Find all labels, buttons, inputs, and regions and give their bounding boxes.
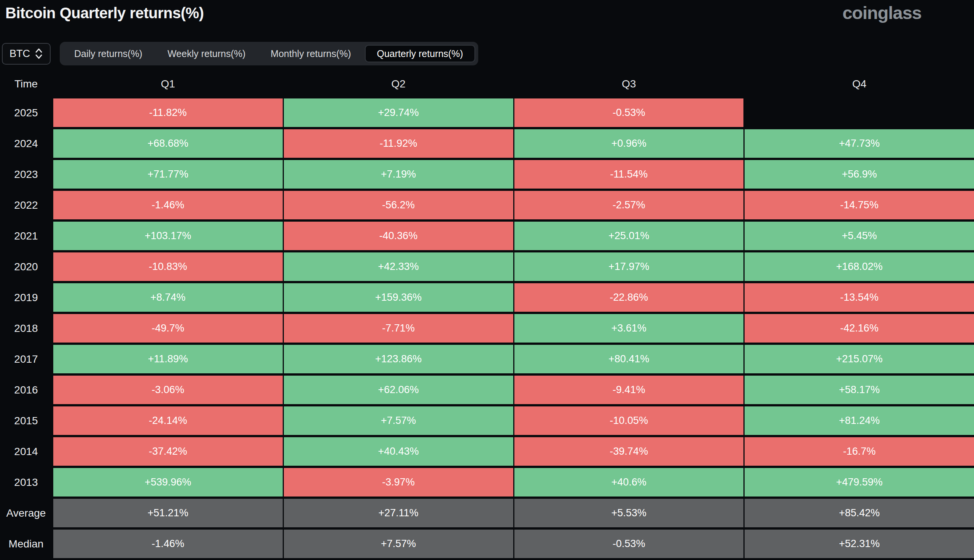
tab-weekly-returns[interactable]: Weekly returns(%): [156, 45, 257, 62]
row-label-2025: 2025: [0, 98, 52, 127]
table-row-2023: 2023+71.77%+7.19%-11.54%+56.9%: [0, 160, 974, 188]
return-cell-2014-q4: -16.7%: [745, 437, 974, 466]
table-row-2014: 2014-37.42%+40.43%-39.74%-16.7%: [0, 437, 974, 466]
row-label-median: Median: [0, 530, 52, 558]
row-label-average: Average: [0, 499, 52, 527]
row-label-2024: 2024: [0, 129, 52, 158]
return-cell-average-q3: +5.53%: [515, 499, 744, 527]
row-label-2023: 2023: [0, 160, 52, 188]
return-cell-median-q1: -1.46%: [53, 530, 283, 558]
return-cell-2023-q1: +71.77%: [53, 160, 283, 188]
return-cell-2018-q3: +3.61%: [515, 314, 744, 343]
return-cell-2023-q3: -11.54%: [515, 160, 744, 188]
return-cell-2021-q3: +25.01%: [515, 222, 744, 250]
return-cell-average-q4: +85.42%: [745, 499, 974, 527]
return-cell-2022-q3: -2.57%: [515, 191, 744, 219]
tab-monthly-returns[interactable]: Monthly returns(%): [259, 45, 362, 62]
return-cell-2025-q3: -0.53%: [515, 98, 744, 127]
column-header-time: Time: [0, 70, 52, 98]
return-cell-2018-q4: -42.16%: [745, 314, 974, 343]
return-cell-2015-q1: -24.14%: [53, 407, 283, 435]
return-cell-2015-q3: -10.05%: [515, 407, 744, 435]
return-cell-2017-q3: +80.41%: [515, 345, 744, 373]
return-cell-2024-q4: +47.73%: [745, 129, 974, 158]
column-header-q1: Q1: [53, 70, 283, 98]
return-cell-average-q1: +51.21%: [53, 499, 283, 527]
return-cell-median-q2: +7.57%: [284, 530, 513, 558]
table-row-2024: 2024+68.68%-11.92%+0.96%+47.73%: [0, 129, 974, 158]
return-cell-2014-q1: -37.42%: [53, 437, 283, 466]
column-header-q2: Q2: [284, 70, 513, 98]
return-cell-2015-q4: +81.24%: [745, 407, 974, 435]
return-cell-2014-q3: -39.74%: [515, 437, 744, 466]
return-cell-2019-q2: +159.36%: [284, 283, 513, 312]
return-cell-2016-q3: -9.41%: [515, 376, 744, 404]
return-cell-2025-q1: -11.82%: [53, 98, 283, 127]
return-cell-2018-q2: -7.71%: [284, 314, 513, 343]
return-cell-2021-q1: +103.17%: [53, 222, 283, 250]
table-row-2022: 2022-1.46%-56.2%-2.57%-14.75%: [0, 191, 974, 219]
return-cell-2023-q4: +56.9%: [745, 160, 974, 188]
return-cell-2020-q2: +42.33%: [284, 252, 513, 281]
tab-quarterly-returns[interactable]: Quarterly returns(%): [365, 45, 475, 62]
table-row-2021: 2021+103.17%-40.36%+25.01%+5.45%: [0, 222, 974, 250]
table-row-2019: 2019+8.74%+159.36%-22.86%-13.54%: [0, 283, 974, 312]
return-cell-2018-q1: -49.7%: [53, 314, 283, 343]
return-cell-2014-q2: +40.43%: [284, 437, 513, 466]
symbol-select[interactable]: BTC: [2, 43, 50, 65]
row-label-2020: 2020: [0, 252, 52, 281]
return-cell-2016-q1: -3.06%: [53, 376, 283, 404]
return-cell-2020-q1: -10.83%: [53, 252, 283, 281]
return-cell-2016-q4: +58.17%: [745, 376, 974, 404]
return-cell-average-q2: +27.11%: [284, 499, 513, 527]
return-cell-2016-q2: +62.06%: [284, 376, 513, 404]
return-cell-2019-q4: -13.54%: [745, 283, 974, 312]
table-row-2017: 2017+11.89%+123.86%+80.41%+215.07%: [0, 345, 974, 373]
table-header-row: TimeQ1Q2Q3Q4: [0, 70, 974, 98]
return-cell-2013-q4: +479.59%: [745, 468, 974, 497]
table-row-2013: 2013+539.96%-3.97%+40.6%+479.59%: [0, 468, 974, 497]
controls-bar: BTC Daily returns(%)Weekly returns(%)Mon…: [2, 42, 974, 65]
return-cell-2022-q4: -14.75%: [745, 191, 974, 219]
return-cell-2021-q4: +5.45%: [745, 222, 974, 250]
return-cell-2017-q4: +215.07%: [745, 345, 974, 373]
table-row-2018: 2018-49.7%-7.71%+3.61%-42.16%: [0, 314, 974, 343]
table-row-2016: 2016-3.06%+62.06%-9.41%+58.17%: [0, 376, 974, 404]
return-cell-2017-q1: +11.89%: [53, 345, 283, 373]
return-cell-2021-q2: -40.36%: [284, 222, 513, 250]
return-cell-2025-q4: [745, 98, 974, 127]
return-cell-2020-q3: +17.97%: [515, 252, 744, 281]
return-cell-2013-q2: -3.97%: [284, 468, 513, 497]
row-label-2015: 2015: [0, 407, 52, 435]
return-cell-2024-q1: +68.68%: [53, 129, 283, 158]
table-row-2020: 2020-10.83%+42.33%+17.97%+168.02%: [0, 252, 974, 281]
row-label-2021: 2021: [0, 222, 52, 250]
return-cell-2022-q2: -56.2%: [284, 191, 513, 219]
return-cell-median-q3: -0.53%: [515, 530, 744, 558]
return-cell-2024-q2: -11.92%: [284, 129, 513, 158]
symbol-label: BTC: [10, 48, 30, 60]
return-cell-2013-q1: +539.96%: [53, 468, 283, 497]
return-cell-2017-q2: +123.86%: [284, 345, 513, 373]
return-cell-2024-q3: +0.96%: [515, 129, 744, 158]
table-row-average: Average+51.21%+27.11%+5.53%+85.42%: [0, 499, 974, 527]
topbar: Bitcoin Quarterly returns(%) coinglass: [0, 0, 974, 37]
row-label-2014: 2014: [0, 437, 52, 466]
return-cell-2019-q1: +8.74%: [53, 283, 283, 312]
return-cell-2023-q2: +7.19%: [284, 160, 513, 188]
page-title: Bitcoin Quarterly returns(%): [5, 5, 204, 22]
updown-chevron-icon: [35, 48, 43, 59]
table-row-2015: 2015-24.14%+7.57%-10.05%+81.24%: [0, 407, 974, 435]
row-label-2019: 2019: [0, 283, 52, 312]
table-row-2025: 2025-11.82%+29.74%-0.53%: [0, 98, 974, 127]
row-label-2022: 2022: [0, 191, 52, 219]
column-header-q4: Q4: [745, 70, 974, 98]
return-cell-2022-q1: -1.46%: [53, 191, 283, 219]
tab-daily-returns[interactable]: Daily returns(%): [63, 45, 154, 62]
row-label-2013: 2013: [0, 468, 52, 497]
coinglass-logo: coinglass: [842, 2, 922, 23]
column-header-q3: Q3: [515, 70, 744, 98]
row-label-2016: 2016: [0, 376, 52, 404]
return-cell-2020-q4: +168.02%: [745, 252, 974, 281]
return-cell-2025-q2: +29.74%: [284, 98, 513, 127]
